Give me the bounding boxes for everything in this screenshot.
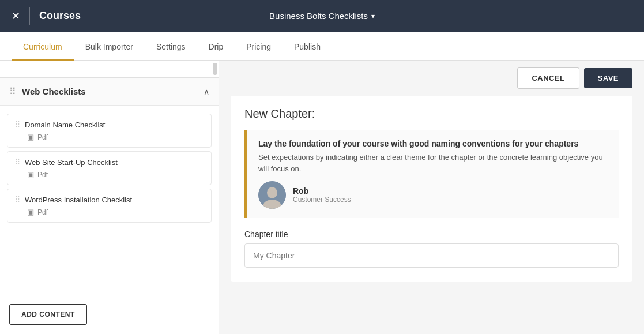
lesson-meta: ▣ Pdf bbox=[27, 170, 204, 179]
file-icon: ▣ bbox=[27, 208, 34, 216]
scroll-indicator bbox=[0, 61, 219, 78]
lesson-item: ⠿ WordPress Installation Checklist ▣ Pdf bbox=[7, 189, 212, 223]
lesson-meta: ▣ Pdf bbox=[27, 133, 204, 141]
cancel-button[interactable]: CANCEL bbox=[517, 67, 579, 89]
content-toolbar: CANCEL SAVE bbox=[219, 61, 644, 96]
tab-publish[interactable]: Publish bbox=[283, 34, 332, 61]
tip-person: Rob Customer Success bbox=[258, 181, 607, 209]
person-name: Rob bbox=[293, 186, 351, 196]
form-panel: New Chapter: Lay the foundation of your … bbox=[231, 96, 632, 282]
chapter-title-field: Chapter title bbox=[231, 230, 632, 282]
lesson-drag-icon[interactable]: ⠿ bbox=[14, 195, 20, 204]
divider bbox=[29, 7, 30, 25]
tip-description: Set expectations by indicating either a … bbox=[258, 152, 607, 174]
svg-point-1 bbox=[267, 187, 277, 198]
lesson-type: Pdf bbox=[37, 208, 48, 216]
chapter-title-input[interactable] bbox=[244, 243, 619, 268]
tabs-bar: Curriculum Bulk Importer Settings Drip P… bbox=[0, 32, 644, 61]
section-header-left: ⠿ Web Checklists bbox=[9, 86, 86, 97]
tab-drip[interactable]: Drip bbox=[197, 34, 235, 61]
content-area: CANCEL SAVE New Chapter: Lay the foundat… bbox=[219, 61, 644, 334]
lesson-name: Domain Name Checklist bbox=[25, 121, 105, 129]
sidebar: ⠿ Web Checklists ∧ ⠿ Domain Name Checkli… bbox=[0, 61, 219, 334]
chapter-heading: New Chapter: bbox=[231, 96, 632, 130]
tab-settings[interactable]: Settings bbox=[145, 34, 197, 61]
add-content-button[interactable]: ADD CONTENT bbox=[9, 304, 87, 325]
section-title: Web Checklists bbox=[22, 87, 86, 96]
tab-pricing[interactable]: Pricing bbox=[235, 34, 283, 61]
tip-text-area: Lay the foundation of your course with g… bbox=[258, 139, 607, 209]
app-title: Courses bbox=[39, 10, 81, 22]
course-name: Business Bolts Checklists bbox=[269, 11, 368, 21]
lesson-item: ⠿ Domain Name Checklist ▣ Pdf bbox=[7, 114, 212, 148]
chapter-title-label: Chapter title bbox=[244, 230, 619, 239]
close-icon[interactable]: ✕ bbox=[12, 10, 20, 22]
lesson-name: WordPress Installation Checklist bbox=[25, 196, 132, 204]
top-bar: ✕ Courses Business Bolts Checklists ▾ bbox=[0, 0, 644, 32]
file-icon: ▣ bbox=[27, 133, 34, 141]
lesson-drag-icon[interactable]: ⠿ bbox=[14, 157, 20, 167]
chevron-down-icon: ▾ bbox=[371, 12, 375, 20]
lesson-name: Web Site Start-Up Checklist bbox=[25, 158, 118, 167]
tip-box: Lay the foundation of your course with g… bbox=[244, 130, 619, 218]
collapse-icon[interactable]: ∧ bbox=[204, 87, 209, 96]
lesson-item-top: ⠿ Domain Name Checklist bbox=[14, 120, 204, 129]
add-content-area: ADD CONTENT bbox=[0, 295, 219, 334]
main-layout: ⠿ Web Checklists ∧ ⠿ Domain Name Checkli… bbox=[0, 61, 644, 334]
tab-bulk-importer[interactable]: Bulk Importer bbox=[74, 34, 145, 61]
lesson-type: Pdf bbox=[37, 133, 48, 141]
lesson-list: ⠿ Domain Name Checklist ▣ Pdf ⠿ Web Site… bbox=[0, 106, 219, 231]
tip-title: Lay the foundation of your course with g… bbox=[258, 139, 607, 148]
lesson-meta: ▣ Pdf bbox=[27, 208, 204, 216]
person-role: Customer Success bbox=[293, 196, 351, 204]
tab-curriculum[interactable]: Curriculum bbox=[12, 34, 74, 61]
lesson-item-top: ⠿ Web Site Start-Up Checklist bbox=[14, 157, 204, 167]
course-selector[interactable]: Business Bolts Checklists ▾ bbox=[269, 11, 375, 21]
lesson-item-top: ⠿ WordPress Installation Checklist bbox=[14, 195, 204, 204]
person-info: Rob Customer Success bbox=[293, 186, 351, 204]
file-icon: ▣ bbox=[27, 170, 34, 179]
drag-handle-icon[interactable]: ⠿ bbox=[9, 86, 16, 97]
lesson-type: Pdf bbox=[37, 171, 48, 179]
save-button[interactable]: SAVE bbox=[584, 68, 632, 88]
lesson-drag-icon[interactable]: ⠿ bbox=[14, 120, 20, 129]
section-header: ⠿ Web Checklists ∧ bbox=[0, 78, 219, 106]
lesson-item: ⠿ Web Site Start-Up Checklist ▣ Pdf bbox=[7, 151, 212, 185]
avatar bbox=[258, 181, 286, 209]
